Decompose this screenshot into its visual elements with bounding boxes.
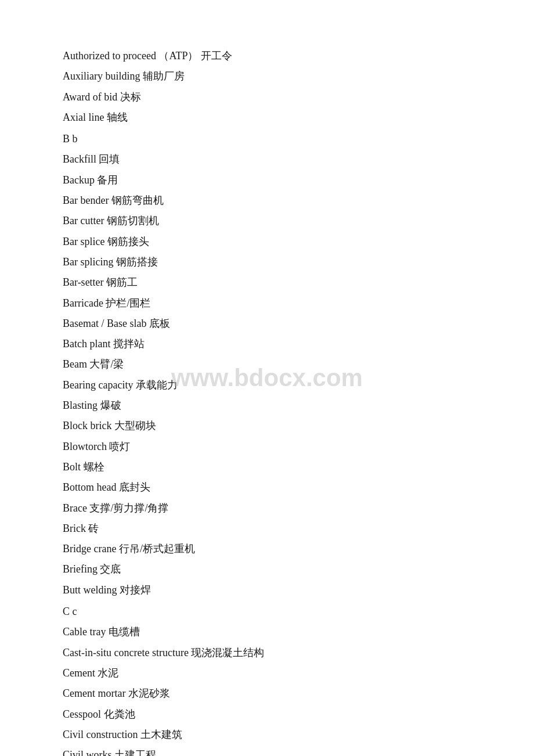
list-item: Blowtorch 喷灯 bbox=[63, 437, 471, 456]
list-item: Block brick 大型砌块 bbox=[63, 416, 471, 435]
list-item: Civil works 土建工程 bbox=[63, 746, 471, 756]
list-item: Cesspool 化粪池 bbox=[63, 705, 471, 724]
list-item: Award of bid 决标 bbox=[63, 88, 471, 107]
list-item: Cement 水泥 bbox=[63, 664, 471, 683]
list-item: Bar splice 钢筋接头 bbox=[63, 232, 471, 251]
section-header: C c bbox=[63, 602, 471, 621]
list-item: Bar bender 钢筋弯曲机 bbox=[63, 191, 471, 210]
list-item: Cement mortar 水泥砂浆 bbox=[63, 684, 471, 703]
list-item: Bearing capacity 承载能力 bbox=[63, 376, 471, 395]
list-item: Bolt 螺栓 bbox=[63, 458, 471, 477]
list-item: Brick 砖 bbox=[63, 519, 471, 538]
list-item: Batch plant 搅拌站 bbox=[63, 334, 471, 354]
list-item: Cable tray 电缆槽 bbox=[63, 622, 471, 642]
list-item: Authorized to proceed （ATP） 开工令 bbox=[63, 46, 471, 66]
list-item: Auxiliary building 辅助厂房 bbox=[63, 67, 471, 86]
list-item: Butt welding 对接焊 bbox=[63, 581, 471, 600]
list-item: Cast-in-situ concrete structure 现浇混凝土结构 bbox=[63, 643, 471, 663]
list-item: Bridge crane 行吊/桥式起重机 bbox=[63, 539, 471, 559]
term-list: Authorized to proceed （ATP） 开工令Auxiliary… bbox=[63, 46, 471, 756]
list-item: Bar splicing 钢筋搭接 bbox=[63, 253, 471, 272]
list-item: Briefing 交底 bbox=[63, 560, 471, 579]
list-item: Blasting 爆破 bbox=[63, 396, 471, 415]
list-item: Axial line 轴线 bbox=[63, 108, 471, 127]
list-item: Brace 支撑/剪力撑/角撑 bbox=[63, 499, 471, 518]
list-item: Backup 备用 bbox=[63, 171, 471, 190]
list-item: Barricade 护栏/围栏 bbox=[63, 294, 471, 313]
list-item: Backfill 回填 bbox=[63, 150, 471, 169]
list-item: Basemat / Base slab 底板 bbox=[63, 314, 471, 333]
list-item: Civil construction 土木建筑 bbox=[63, 725, 471, 744]
list-item: Bar-setter 钢筋工 bbox=[63, 273, 471, 292]
list-item: Beam 大臂/梁 bbox=[63, 355, 471, 374]
list-item: Bar cutter 钢筋切割机 bbox=[63, 211, 471, 231]
section-header: B b bbox=[63, 129, 471, 149]
list-item: Bottom head 底封头 bbox=[63, 478, 471, 497]
